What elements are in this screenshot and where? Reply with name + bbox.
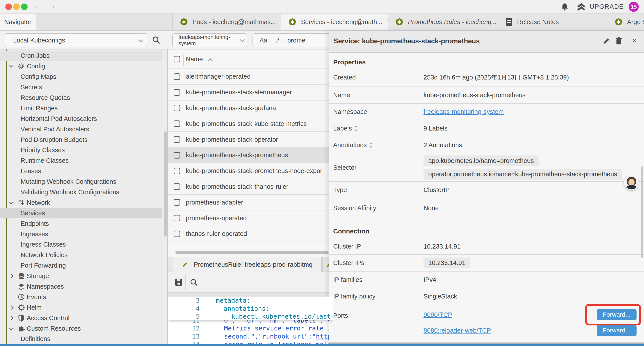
horizontal-scrollbar[interactable]	[175, 251, 329, 254]
row-checkbox[interactable]	[174, 136, 180, 143]
table-row[interactable]: kube-prometheus-stack-kube-state-metrics	[168, 116, 333, 132]
sidebar-item[interactable]: Definitions	[0, 334, 167, 344]
sidebar-item[interactable]: Events	[0, 292, 167, 302]
table-row[interactable]: kube-prometheus-stack-prometheus	[168, 148, 333, 163]
editor-search-icon[interactable]	[190, 278, 198, 287]
sidebar-item[interactable]: Vertical Pod Autoscalers	[0, 124, 167, 134]
chevron-icon[interactable]	[10, 275, 18, 278]
sidebar-item[interactable]: Helm	[0, 302, 167, 313]
select-all-checkbox[interactable]	[174, 56, 180, 62]
table-row[interactable]: alertmanager-operated	[168, 69, 333, 85]
row-checkbox[interactable]	[174, 231, 180, 237]
row-checkbox[interactable]	[174, 168, 180, 174]
sidebar-item[interactable]: Validating Webhook Configurations	[0, 187, 167, 198]
sidebar-item[interactable]: Access Control	[0, 313, 167, 323]
port-8080-link[interactable]: 8080:reloader-web/TCP	[424, 327, 491, 334]
name-column-header[interactable]: Name	[186, 56, 203, 63]
sidebar-item[interactable]: Mutating Webhook Configurations	[0, 177, 167, 187]
row-checkbox[interactable]	[174, 105, 180, 111]
navigator-tab[interactable]: Navigator	[0, 13, 36, 30]
back-arrow-icon[interactable]: ←	[33, 1, 42, 10]
row-checkbox[interactable]	[174, 199, 180, 206]
row-checkbox[interactable]	[174, 120, 180, 127]
tab-prometheus-rules[interactable]: Prometheus Rules - icecheng...	[388, 13, 498, 30]
table-row[interactable]: kube-prometheus-stack-alertmanager	[168, 85, 333, 100]
tab-strip: Navigator Pods - icecheng@mathmas... Ser…	[0, 13, 644, 31]
expand-collapse-icon[interactable]	[370, 143, 372, 147]
sidebar-item[interactable]: Runtime Classes	[0, 155, 167, 166]
table-row[interactable]: kube-prometheus-stack-grafana	[168, 100, 333, 116]
minimize-window-button[interactable]	[13, 3, 20, 10]
sidebar-scrollbar[interactable]	[164, 131, 167, 237]
sort-ascending-icon[interactable]	[208, 58, 212, 63]
zoom-window-button[interactable]	[21, 3, 28, 10]
close-tab-icon[interactable]: ✕	[387, 18, 388, 25]
sidebar-item[interactable]: Pod Disruption Budgets	[0, 134, 167, 145]
sidebar-item[interactable]: Network Policies	[0, 250, 167, 260]
details-bottom-scrollbar[interactable]	[329, 343, 644, 344]
sidebar-item[interactable]: Endpoints	[0, 218, 167, 229]
forward-button-8080[interactable]: Forward...	[597, 325, 636, 336]
upgrade-chevrons-icon[interactable]	[576, 2, 586, 11]
sidebar-item[interactable]: Namespaces	[0, 281, 167, 292]
chevron-icon[interactable]	[10, 306, 18, 309]
bell-icon[interactable]	[560, 2, 569, 11]
sidebar-item[interactable]: Custom Resources	[0, 323, 167, 334]
row-checkbox[interactable]	[174, 215, 180, 221]
sidebar-item[interactable]: Ingresses	[0, 229, 167, 239]
sidebar-item[interactable]: Port Forwarding	[0, 260, 167, 271]
port-9090-link[interactable]: 9090/TCP	[424, 311, 452, 319]
tab-pods[interactable]: Pods - icecheng@mathmas...	[173, 13, 281, 30]
sidebar-item[interactable]: Leases	[0, 166, 167, 177]
chevron-icon[interactable]	[10, 317, 18, 320]
match-case-toggle[interactable]: Aa	[260, 37, 267, 44]
sidebar-item[interactable]: Ingress Classes	[0, 239, 167, 250]
tab-release-notes[interactable]: Release Notes	[498, 13, 608, 30]
notification-count-badge[interactable]: 15	[629, 2, 639, 12]
row-checkbox[interactable]	[174, 152, 180, 159]
namespace-select[interactable]: freeleaps-monitoring-system	[172, 33, 247, 47]
close-window-button[interactable]	[5, 3, 12, 10]
table-row[interactable]: prometheus-adapter	[168, 195, 333, 210]
sidebar-item[interactable]: Services	[0, 208, 162, 218]
sidebar-item[interactable]: Priority Classes	[0, 145, 167, 155]
sidebar-item[interactable]: Cron Jobs	[0, 50, 162, 61]
edit-pencil-icon[interactable]	[602, 37, 611, 45]
tab-argo[interactable]: Argo Se	[608, 13, 644, 30]
tab-services[interactable]: Services - icecheng@math... ✕	[281, 13, 388, 30]
sidebar-item[interactable]: Limit Ranges	[0, 103, 167, 113]
sidebar-item[interactable]: Network	[0, 197, 167, 208]
avatar[interactable]	[624, 175, 639, 190]
details-scrollbar[interactable]	[641, 166, 643, 258]
table-row[interactable]: kube-prometheus-stack-operator	[168, 132, 333, 148]
sidebar-item[interactable]: Resource Quotas	[0, 93, 167, 103]
table-filter-input[interactable]: Aa .* prome	[252, 33, 333, 47]
chevron-icon[interactable]	[10, 65, 18, 67]
row-checkbox[interactable]	[174, 89, 180, 96]
sidebar-search-icon[interactable]	[152, 35, 161, 45]
upgrade-label[interactable]: UPGRADE	[590, 3, 624, 10]
editor-tab-prometheusrule[interactable]: PrometheusRule: freeleaps-prod-rabbitmq	[173, 257, 322, 272]
save-icon[interactable]	[174, 278, 183, 287]
table-row[interactable]: thanos-ruler-operated	[168, 226, 333, 242]
kubeconfig-select[interactable]: Local Kubeconfigs	[5, 33, 147, 47]
sidebar-item[interactable]: Storage	[0, 271, 167, 281]
sidebar-item[interactable]: Secrets	[0, 82, 167, 93]
sidebar-item[interactable]: Config	[0, 61, 167, 72]
sidebar-item[interactable]: Horizontal Pod Autoscalers	[0, 113, 167, 124]
expand-collapse-icon[interactable]	[355, 126, 357, 131]
row-checkbox[interactable]	[174, 73, 180, 80]
table-row[interactable]: kube-prometheus-stack-thanos-ruler	[168, 179, 333, 195]
row-checkbox[interactable]	[174, 183, 180, 190]
namespace-link[interactable]: freeleaps-monitoring-system	[424, 108, 504, 115]
chevron-icon[interactable]	[10, 328, 18, 330]
regex-toggle[interactable]: .*	[275, 37, 279, 44]
table-row[interactable]: prometheus-operated	[168, 210, 333, 226]
delete-trash-icon[interactable]	[615, 37, 623, 45]
table-row[interactable]: kube-prometheus-stack-prometheus-node-ex…	[168, 163, 333, 179]
forward-arrow-icon[interactable]: →	[48, 1, 56, 10]
yaml-editor[interactable]: 3metadata: 4annotations: 5kubectl.kubern…	[168, 297, 333, 346]
close-panel-icon[interactable]: ✕	[632, 36, 638, 45]
sidebar-item[interactable]: Config Maps	[0, 72, 167, 82]
chevron-icon[interactable]	[10, 202, 18, 204]
